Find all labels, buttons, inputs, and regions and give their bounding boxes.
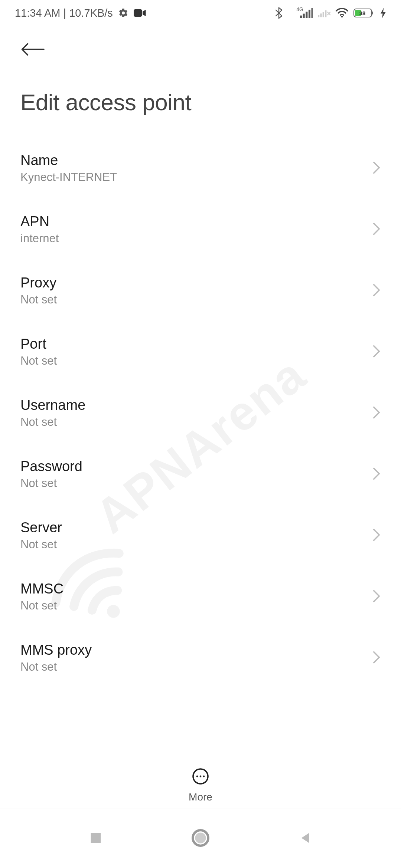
setting-row-proxy[interactable]: Proxy Not set bbox=[20, 260, 381, 321]
header: Edit access point bbox=[0, 26, 401, 115]
chevron-right-icon bbox=[372, 406, 381, 421]
chevron-right-icon bbox=[372, 589, 381, 604]
setting-row-password[interactable]: Password Not set bbox=[20, 444, 381, 505]
battery-icon: 38 bbox=[353, 8, 375, 18]
video-camera-icon bbox=[134, 9, 146, 17]
status-separator: | bbox=[63, 7, 69, 19]
setting-label: Proxy bbox=[20, 275, 57, 291]
svg-rect-5 bbox=[309, 10, 310, 18]
more-button[interactable]: More bbox=[189, 767, 212, 803]
status-time-text: 11:34 AM bbox=[15, 7, 61, 19]
setting-label: MMSC bbox=[20, 581, 63, 597]
svg-point-16 bbox=[196, 776, 198, 777]
svg-point-11 bbox=[341, 16, 343, 18]
status-bar: 11:34 AM | 10.7KB/s 4G bbox=[0, 0, 401, 26]
setting-value: Not set bbox=[20, 660, 92, 674]
svg-rect-9 bbox=[323, 12, 324, 17]
svg-rect-6 bbox=[312, 8, 313, 18]
setting-row-server[interactable]: Server Not set bbox=[20, 505, 381, 566]
status-netspeed: 10.7KB/s bbox=[69, 7, 113, 19]
setting-value: internet bbox=[20, 232, 59, 245]
setting-label: Name bbox=[20, 152, 117, 168]
nav-home-button[interactable] bbox=[191, 829, 210, 849]
setting-label: MMS proxy bbox=[20, 642, 92, 658]
page-title: Edit access point bbox=[20, 89, 381, 115]
setting-value: Not set bbox=[20, 477, 82, 490]
battery-pct-text: 38 bbox=[359, 10, 366, 16]
chevron-right-icon bbox=[372, 161, 381, 176]
chevron-right-icon bbox=[372, 528, 381, 543]
svg-rect-8 bbox=[320, 13, 322, 17]
circle-icon bbox=[191, 829, 210, 847]
setting-label: Server bbox=[20, 520, 62, 536]
svg-rect-7 bbox=[318, 15, 319, 17]
setting-value: Not set bbox=[20, 293, 57, 306]
system-nav-bar bbox=[0, 809, 401, 868]
nav-recents-button[interactable] bbox=[88, 831, 103, 847]
setting-label: APN bbox=[20, 214, 59, 230]
setting-row-name[interactable]: Name Kynect-INTERNET bbox=[20, 138, 381, 199]
svg-rect-3 bbox=[303, 14, 305, 18]
setting-label: Username bbox=[20, 397, 85, 413]
svg-rect-14 bbox=[372, 11, 373, 14]
svg-rect-19 bbox=[91, 833, 101, 843]
back-arrow-icon bbox=[20, 41, 45, 58]
bluetooth-icon bbox=[274, 7, 283, 19]
setting-row-apn[interactable]: APN internet bbox=[20, 199, 381, 260]
settings-list: Name Kynect-INTERNET APN internet Proxy … bbox=[0, 138, 401, 688]
svg-point-21 bbox=[195, 832, 206, 843]
chevron-right-icon bbox=[372, 283, 381, 298]
sim1-signal: 4G bbox=[288, 8, 313, 18]
settings-gear-icon bbox=[118, 8, 128, 18]
setting-value: Not set bbox=[20, 415, 85, 429]
setting-label: Port bbox=[20, 336, 57, 352]
svg-rect-1 bbox=[134, 9, 142, 17]
setting-label: Password bbox=[20, 458, 82, 474]
setting-value: Kynect-INTERNET bbox=[20, 171, 117, 184]
setting-value: Not set bbox=[20, 538, 62, 551]
svg-point-17 bbox=[200, 776, 202, 777]
chevron-right-icon bbox=[372, 467, 381, 482]
setting-value: Not set bbox=[20, 354, 57, 368]
chevron-right-icon bbox=[372, 651, 381, 665]
chevron-right-icon bbox=[372, 222, 381, 237]
charging-bolt-icon bbox=[380, 8, 386, 18]
setting-row-username[interactable]: Username Not set bbox=[20, 382, 381, 444]
square-icon bbox=[88, 831, 103, 845]
status-time: 11:34 AM | 10.7KB/s bbox=[15, 7, 113, 19]
more-label: More bbox=[189, 791, 212, 803]
setting-row-mmsc[interactable]: MMSC Not set bbox=[20, 566, 381, 627]
triangle-left-icon bbox=[298, 831, 313, 845]
svg-point-18 bbox=[203, 776, 205, 777]
status-bar-right: 4G 38 bbox=[274, 7, 386, 19]
status-bar-left: 11:34 AM | 10.7KB/s bbox=[15, 7, 146, 19]
setting-value: Not set bbox=[20, 599, 63, 612]
back-button[interactable] bbox=[20, 41, 45, 59]
svg-rect-4 bbox=[306, 12, 307, 18]
svg-rect-10 bbox=[325, 10, 326, 17]
bottom-action-bar: More bbox=[0, 767, 401, 803]
svg-rect-2 bbox=[300, 16, 302, 18]
chevron-right-icon bbox=[372, 345, 381, 359]
nav-back-button[interactable] bbox=[298, 831, 313, 847]
sim2-signal-nosim-icon bbox=[318, 8, 330, 18]
wifi-icon bbox=[336, 8, 348, 18]
setting-row-port[interactable]: Port Not set bbox=[20, 321, 381, 382]
more-icon bbox=[192, 767, 209, 787]
setting-row-mms-proxy[interactable]: MMS proxy Not set bbox=[20, 627, 381, 688]
network-type-label: 4G bbox=[296, 7, 303, 12]
